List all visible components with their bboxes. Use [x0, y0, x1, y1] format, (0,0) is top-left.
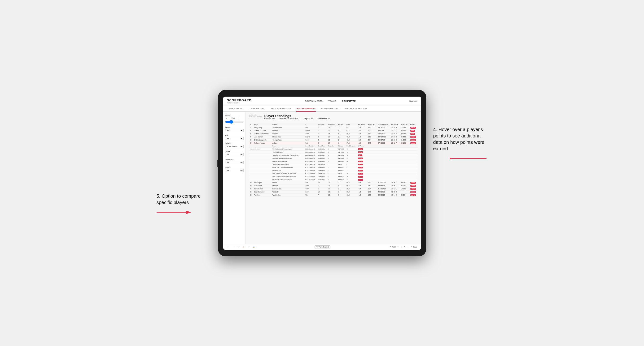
event-row-rank: +1: [346, 178, 357, 181]
sidebar-region-select[interactable]: N/A: [225, 153, 244, 156]
sub-nav-team-h2h-grid[interactable]: TEAM H2H GRID: [249, 106, 266, 112]
toolbar-more-btn[interactable]: ⋯: [247, 246, 250, 248]
nav-tournaments[interactable]: TOURNAMENTS: [305, 100, 323, 102]
col-avg-par: Avg to Par: [367, 123, 377, 126]
points-badge[interactable]: 38.49: [410, 194, 416, 196]
toolbar-clock-btn[interactable]: ⌛: [252, 246, 256, 248]
sidebar-range-slider[interactable]: [225, 120, 244, 124]
sidebar-division-select[interactable]: NCAA Division I: [225, 145, 244, 148]
view-original-btn[interactable]: 👁 View: Original: [314, 245, 330, 248]
col-no-rds: No Rds.: [338, 123, 346, 126]
points-badge[interactable]: 40.02: [410, 188, 416, 190]
sidebar-player-label: Player: [225, 167, 244, 168]
event-rank-header: Rank Impact: [346, 145, 357, 147]
side-button: [217, 160, 218, 167]
cell-points[interactable]: 70.2: [410, 132, 418, 135]
cell-vs25: 17-14-2: [390, 193, 400, 196]
sidebar-year-select[interactable]: (All): [225, 137, 244, 140]
points-badge[interactable]: 38.95: [410, 191, 416, 193]
nav-committee[interactable]: COMMITTEE: [342, 100, 356, 102]
cell-points[interactable]: 68.54: [410, 135, 418, 138]
cell-points[interactable]: 60.89: [410, 138, 418, 142]
cell-conf-rank: 23: [327, 190, 337, 193]
watch-btn[interactable]: 👁 Watch ▼: [390, 246, 399, 248]
cell-conf-rank: 27: [327, 135, 337, 138]
toolbar-back-btn[interactable]: ←: [227, 246, 230, 248]
points-badge[interactable]: 40.27: [410, 185, 416, 187]
cell-school: New Mexico: [272, 187, 304, 190]
event-row-rank: 1: [346, 169, 357, 172]
event-row-status: PLAYED: [338, 157, 346, 160]
col-adj-score: Adj. Score: [357, 123, 367, 126]
points-badge[interactable]: 68.54: [410, 136, 416, 138]
cell-points[interactable]: 58.18: [410, 142, 418, 145]
cell-points[interactable]: 38.49: [410, 193, 418, 196]
cell-player: Cole Sherwood: [253, 190, 272, 193]
points-badge[interactable]: 70.2: [410, 133, 415, 135]
table-row: 24 Bastien Amat New Mexico Fourth 1 27 2…: [249, 187, 418, 190]
cell-points[interactable]: 40.02: [410, 187, 418, 190]
event-row-player: [249, 175, 272, 178]
sidebar-division: Division NCAA Division I: [225, 142, 244, 148]
sidebar-gender: Gender Men Women: [225, 126, 244, 132]
event-row-rounds: 5: [327, 163, 337, 166]
cell-par: 2.34: [367, 138, 377, 142]
cell-points[interactable]: 40.27: [410, 184, 418, 187]
event-row-player: [249, 154, 272, 157]
toolbar-copy-btn[interactable]: 📋: [242, 246, 245, 248]
sidebar-player-select[interactable]: (All): [225, 169, 244, 172]
cell-wins: 68.7: [346, 181, 357, 184]
event-row-player: [249, 151, 272, 154]
sub-nav-player-h2h-heatmap[interactable]: PLAYER H2H HEATMAP: [344, 106, 368, 112]
sidebar-conference-label: Conference: [225, 159, 244, 160]
event-row: Wake Forest Invitational at Pinehurst No…: [249, 154, 418, 157]
cell-num: 6: [249, 142, 253, 145]
cell-reg-rank: 11: [317, 184, 327, 187]
share-icon: ⇧: [410, 246, 412, 248]
points-badge-highlight[interactable]: 88.27: [410, 127, 416, 129]
share-btn[interactable]: ⇧ Share: [410, 246, 417, 248]
sidebar-no-rds-min[interactable]: [225, 117, 232, 119]
sub-nav-player-h2h-grid[interactable]: PLAYER H2H GRID: [321, 106, 340, 112]
nav-teams[interactable]: TEAMS: [328, 100, 336, 102]
event-status-header: Status: [338, 145, 346, 147]
event-row-rank: +0: [346, 172, 357, 175]
toolbar-edit-icon[interactable]: ✎: [404, 246, 405, 248]
sidebar-gender-select[interactable]: Men Women: [225, 129, 244, 132]
cell-conf-rank: 27: [327, 187, 337, 190]
cell-record: 533-57-16: [377, 138, 390, 142]
cell-points[interactable]: 40.58: [410, 181, 418, 184]
cell-vs50: 17-23-0: [400, 126, 410, 129]
cell-points[interactable]: 88.27: [410, 126, 418, 129]
cell-school: Vanderbilt: [272, 190, 304, 193]
sub-nav-team-summary[interactable]: TEAM SUMMARY: [227, 106, 244, 112]
cell-points[interactable]: 38.95: [410, 190, 418, 193]
cell-points[interactable]: 76.3: [410, 129, 418, 132]
points-badge[interactable]: 76.3: [410, 130, 415, 132]
cell-player: Michael Le Sasse: [253, 129, 272, 132]
event-row-rounds: 3: [327, 178, 337, 181]
cell-adj: -1.2: [357, 190, 367, 193]
sidebar-conference-select[interactable]: (All): [225, 161, 244, 164]
event-row-event: UNCW Seahawk Intercollegiate: [272, 147, 304, 151]
points-badge[interactable]: 60.89: [410, 139, 416, 141]
sidebar-no-rds-max[interactable]: [232, 117, 239, 119]
event-row-player: [249, 178, 272, 181]
cell-yr: Second: [304, 135, 317, 138]
sub-nav-team-h2h-heatmap[interactable]: TEAM H2H HEATMAP: [270, 106, 292, 112]
toolbar-refresh-btn[interactable]: ↻: [237, 246, 240, 248]
sub-nav-player-summary[interactable]: PLAYER SUMMARY: [296, 106, 316, 112]
event-division-header: Event Division: [304, 145, 317, 147]
points-badge-jackson[interactable]: 58.18: [410, 142, 416, 144]
event-row-division: NCAA Division I: [304, 154, 317, 157]
sign-out[interactable]: Sign out: [409, 100, 417, 102]
cell-par: 1.56: [367, 193, 377, 196]
cell-num: 25: [249, 190, 253, 193]
cell-yr: Third: [304, 181, 317, 184]
points-badge[interactable]: 40.58: [410, 182, 416, 184]
event-row-type: Stroke Play: [317, 160, 327, 163]
top-nav: SCOREBOARD Powered by clipp TOURNAMENTS …: [223, 97, 421, 106]
toolbar-forward-btn[interactable]: →: [232, 246, 235, 248]
event-wpoints-header: W Points: [357, 145, 418, 147]
filter-division: Division: NCAA Division I: [280, 118, 299, 120]
